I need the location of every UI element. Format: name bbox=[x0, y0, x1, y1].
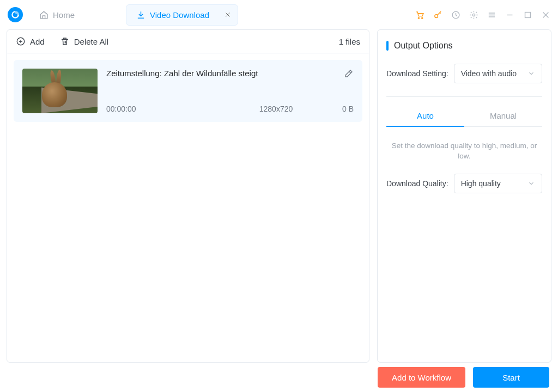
chevron-down-icon bbox=[527, 70, 535, 77]
download-setting-label: Download Setting: bbox=[386, 69, 448, 78]
download-setting-select[interactable]: Video with audio bbox=[454, 64, 542, 83]
main: Add Delete All 1 files Zeitumstellung: Z… bbox=[0, 29, 558, 363]
delete-all-label: Delete All bbox=[74, 37, 108, 46]
download-quality-select[interactable]: High quality bbox=[454, 174, 542, 193]
app-logo bbox=[8, 7, 23, 22]
tab-video-download[interactable]: Video Download bbox=[126, 4, 238, 26]
item-title: Zeitumstellung: Zahl der Wildunfälle ste… bbox=[106, 69, 258, 78]
svg-point-1 bbox=[422, 17, 423, 19]
divider bbox=[386, 96, 542, 97]
tab-auto[interactable]: Auto bbox=[386, 106, 464, 127]
output-options-panel: Output Options Download Setting: Video w… bbox=[377, 29, 551, 363]
download-item[interactable]: Zeitumstellung: Zahl der Wildunfälle ste… bbox=[14, 60, 362, 122]
download-list-panel: Add Delete All 1 files Zeitumstellung: Z… bbox=[7, 29, 369, 363]
history-icon[interactable] bbox=[451, 10, 460, 20]
maximize-icon[interactable] bbox=[523, 10, 532, 20]
tab-home-label: Home bbox=[53, 10, 75, 20]
thumbnail bbox=[22, 69, 98, 113]
download-quality-label: Download Quality: bbox=[386, 179, 448, 188]
cart-icon[interactable] bbox=[415, 10, 424, 20]
panel-title: Output Options bbox=[386, 41, 542, 51]
item-resolution: 1280x720 bbox=[210, 105, 342, 113]
quality-tabs: Auto Manual bbox=[386, 106, 542, 127]
svg-rect-5 bbox=[525, 12, 531, 17]
files-count: 1 files bbox=[339, 37, 360, 46]
tab-home[interactable]: Home bbox=[32, 6, 82, 24]
svg-point-0 bbox=[418, 17, 419, 19]
add-button[interactable]: Add bbox=[16, 36, 45, 46]
menu-icon[interactable] bbox=[487, 10, 496, 20]
add-label: Add bbox=[30, 37, 45, 46]
download-quality-value: High quality bbox=[461, 179, 501, 188]
close-window-icon[interactable] bbox=[541, 10, 550, 20]
key-icon[interactable] bbox=[433, 10, 442, 20]
footer: Add to Workflow Start bbox=[0, 363, 558, 392]
list-toolbar: Add Delete All 1 files bbox=[7, 30, 369, 53]
start-button[interactable]: Start bbox=[473, 367, 549, 388]
close-icon[interactable] bbox=[225, 11, 231, 18]
gear-icon[interactable] bbox=[469, 10, 478, 20]
edit-icon[interactable] bbox=[344, 69, 354, 78]
tab-active-label: Video Download bbox=[150, 10, 209, 20]
delete-all-button[interactable]: Delete All bbox=[60, 36, 108, 46]
minimize-icon[interactable] bbox=[505, 10, 514, 20]
add-to-workflow-button[interactable]: Add to Workflow bbox=[378, 367, 465, 388]
svg-point-4 bbox=[472, 14, 475, 16]
svg-point-2 bbox=[435, 14, 438, 17]
item-duration: 00:00:00 bbox=[106, 105, 210, 113]
chevron-down-icon bbox=[527, 180, 535, 187]
titlebar: Home Video Download bbox=[0, 0, 558, 29]
download-setting-value: Video with audio bbox=[461, 69, 517, 78]
tab-manual[interactable]: Manual bbox=[464, 106, 542, 127]
item-size: 0 B bbox=[342, 105, 354, 113]
quality-hint: Set the download quality to high, medium… bbox=[390, 141, 539, 162]
